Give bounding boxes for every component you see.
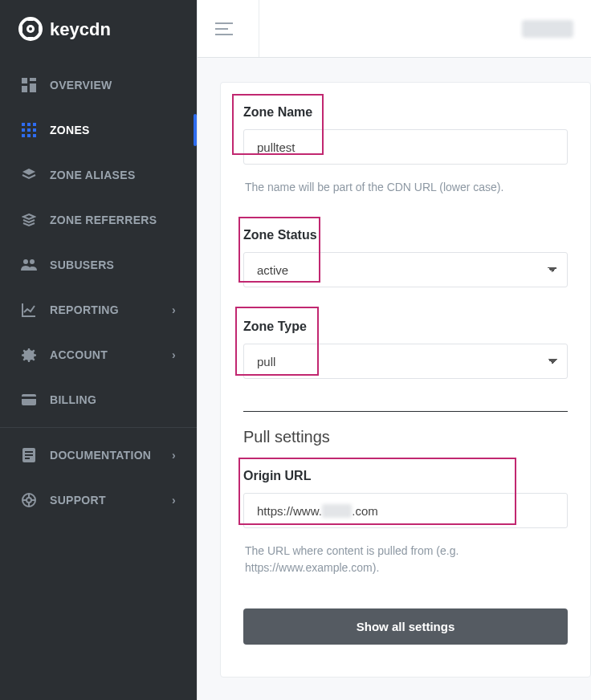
document-icon <box>21 447 37 463</box>
svg-rect-24 <box>25 458 30 459</box>
zone-type-label: Zone Type <box>243 319 307 344</box>
svg-point-26 <box>26 498 31 503</box>
svg-point-17 <box>23 259 28 264</box>
sidebar-item-zone-referrers[interactable]: ZONE REFERRERS <box>0 197 197 242</box>
sidebar-item-label: ZONE ALIASES <box>50 169 136 181</box>
svg-rect-14 <box>22 134 25 137</box>
zone-name-help: The name will be part of the CDN URL (lo… <box>243 179 568 196</box>
sidebar-item-subusers[interactable]: SUBUSERS <box>0 242 197 287</box>
svg-rect-12 <box>27 128 31 132</box>
origin-url-input[interactable]: https://www.xxxxx.com <box>243 493 568 528</box>
chevron-right-icon: › <box>172 449 176 462</box>
logo: keycdn <box>0 0 197 63</box>
chevron-right-icon: › <box>172 303 176 316</box>
svg-point-18 <box>30 259 35 264</box>
grid-icon <box>21 122 37 138</box>
sidebar: keycdn OVERVIEW ZONES ZONE ALIASES ZONE … <box>0 0 197 700</box>
field-origin-url: Origin URL https://www.xxxxx.com The URL… <box>221 469 590 576</box>
pull-settings-title: Pull settings <box>221 428 590 446</box>
menu-icon[interactable] <box>215 22 233 35</box>
svg-rect-4 <box>22 78 27 83</box>
layers-icon <box>21 167 37 183</box>
field-zone-type: Zone Type pull <box>221 319 590 379</box>
sidebar-item-support[interactable]: SUPPORT › <box>0 478 197 523</box>
topbar <box>198 0 591 58</box>
topbar-user-blurred <box>522 20 573 38</box>
dashboard-icon <box>21 77 37 93</box>
zone-status-select[interactable]: active <box>243 252 568 287</box>
section-divider <box>243 411 568 412</box>
svg-rect-20 <box>22 397 36 399</box>
help-icon <box>21 492 37 508</box>
svg-point-2 <box>29 27 32 31</box>
origin-url-help: The URL where content is pulled from (e.… <box>243 543 568 576</box>
svg-rect-5 <box>30 78 36 81</box>
sidebar-item-label: BILLING <box>50 393 96 406</box>
divider <box>0 427 197 428</box>
field-zone-status: Zone Status active <box>221 228 590 287</box>
svg-rect-22 <box>25 451 33 453</box>
svg-rect-8 <box>22 123 25 126</box>
credit-card-icon <box>21 392 37 408</box>
svg-rect-13 <box>33 128 36 132</box>
users-icon <box>21 257 37 273</box>
svg-rect-11 <box>22 128 25 132</box>
zone-form-card: Zone Name The name will be part of the C… <box>220 82 591 678</box>
svg-rect-9 <box>27 123 31 126</box>
zone-name-label: Zone Name <box>243 105 312 129</box>
svg-rect-6 <box>30 83 36 92</box>
sidebar-item-label: DOCUMENTATION <box>50 449 151 462</box>
zone-name-input[interactable] <box>243 129 568 165</box>
field-zone-name: Zone Name The name will be part of the C… <box>221 105 590 196</box>
sidebar-item-zone-aliases[interactable]: ZONE ALIASES <box>0 153 197 197</box>
chevron-right-icon: › <box>172 348 176 361</box>
main: Zone Name The name will be part of the C… <box>197 0 591 700</box>
sidebar-item-documentation[interactable]: DOCUMENTATION › <box>0 433 197 478</box>
sidebar-item-account[interactable]: ACCOUNT › <box>0 332 197 377</box>
sidebar-item-billing[interactable]: BILLING <box>0 377 197 422</box>
sidebar-item-label: OVERVIEW <box>50 79 112 92</box>
sidebar-item-label: ZONE REFERRERS <box>50 214 157 226</box>
sidebar-item-label: REPORTING <box>50 303 119 316</box>
sidebar-item-label: SUBUSERS <box>50 258 114 271</box>
origin-url-label: Origin URL <box>243 469 311 493</box>
layers-outline-icon <box>21 212 37 228</box>
chevron-right-icon: › <box>172 494 176 507</box>
svg-rect-19 <box>22 394 36 405</box>
svg-rect-10 <box>33 123 36 126</box>
sidebar-item-label: SUPPORT <box>50 494 106 507</box>
zone-status-label: Zone Status <box>243 228 317 252</box>
chart-icon <box>21 302 37 318</box>
svg-text:keycdn: keycdn <box>50 19 111 39</box>
sidebar-item-label: ZONES <box>50 124 90 136</box>
svg-rect-16 <box>33 134 36 137</box>
sidebar-item-reporting[interactable]: REPORTING › <box>0 287 197 332</box>
sidebar-item-zones[interactable]: ZONES <box>0 108 197 153</box>
sidebar-item-label: ACCOUNT <box>50 348 108 361</box>
gear-icon <box>21 347 37 363</box>
svg-rect-7 <box>22 86 27 92</box>
svg-rect-15 <box>27 134 31 137</box>
sidebar-item-overview[interactable]: OVERVIEW <box>0 63 197 108</box>
zone-type-select[interactable]: pull <box>243 344 568 379</box>
show-all-settings-button[interactable]: Show all settings <box>243 608 568 645</box>
svg-rect-23 <box>25 454 33 456</box>
